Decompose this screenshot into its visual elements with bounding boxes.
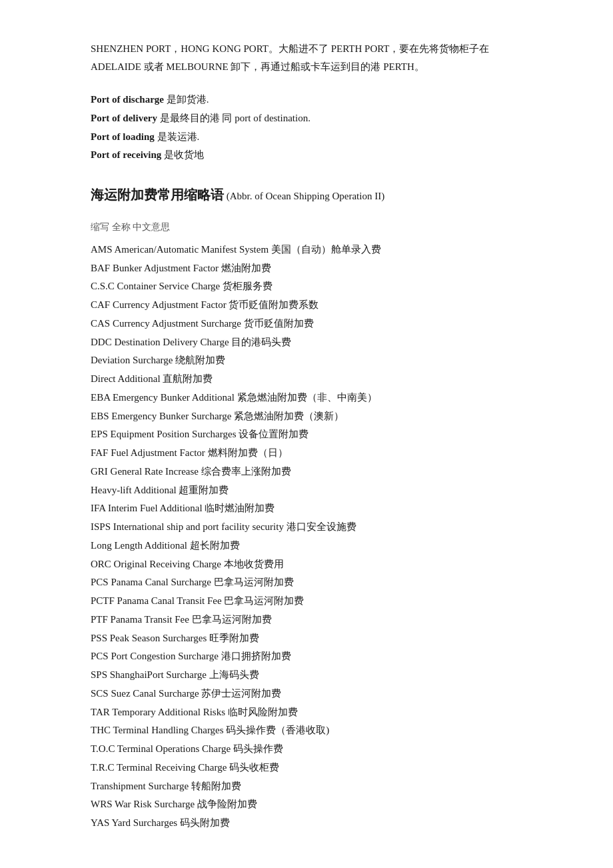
abbr-item: Transhipment Surcharge 转船附加费 xyxy=(91,777,522,796)
abbr-item: DDC Destination Delivery Charge 目的港码头费 xyxy=(91,333,522,352)
abbr-item: CAF Currency Adjustment Factor 货币贬值附加费系数 xyxy=(91,296,522,315)
abbr-item: CAS Currency Adjustment Surcharge 货币贬值附加… xyxy=(91,315,522,333)
abbr-item: PSS Peak Season Surcharges 旺季附加费 xyxy=(91,629,522,648)
abbr-item: YAS Yard Surcharges 码头附加费 xyxy=(91,814,522,833)
abbr-item: SPS ShanghaiPort Surcharge 上海码头费 xyxy=(91,666,522,685)
abbr-item: THC Terminal Handling Charges 码头操作费（香港收取… xyxy=(91,721,522,740)
abbr-item: WRS War Risk Surcharge 战争险附加费 xyxy=(91,795,522,814)
port-term-item: Port of discharge 是卸货港. xyxy=(91,91,522,109)
abbr-item: EPS Equipment Position Surcharges 设备位置附加… xyxy=(91,425,522,444)
abbr-item: SCS Suez Canal Surcharge 苏伊士运河附加费 xyxy=(91,685,522,703)
abbr-item: PCS Panama Canal Surcharge 巴拿马运河附加费 xyxy=(91,573,522,592)
port-term-item: Port of loading 是装运港. xyxy=(91,128,522,147)
abbr-item: IFA Interim Fuel Additional 临时燃油附加费 xyxy=(91,499,522,518)
port-term-item: Port of delivery 是最终目的港 同 port of destin… xyxy=(91,109,522,128)
section-zh-title: 海运附加费常用缩略语 xyxy=(91,187,224,202)
abbr-item: C.S.C Container Service Charge 货柜服务费 xyxy=(91,277,522,296)
abbr-item: GRI General Rate Increase 综合费率上涨附加费 xyxy=(91,463,522,481)
section-en-subtitle: (Abbr. of Ocean Shipping Operation II) xyxy=(227,191,384,201)
abbr-item: EBA Emergency Bunker Additional 紧急燃油附加费（… xyxy=(91,389,522,407)
abbr-item: FAF Fuel Adjustment Factor 燃料附加费（日） xyxy=(91,444,522,463)
abbr-item: AMS American/Automatic Manifest System 美… xyxy=(91,241,522,259)
abbr-item: BAF Bunker Adjustment Factor 燃油附加费 xyxy=(91,259,522,278)
abbr-item: Long Length Additional 超长附加费 xyxy=(91,537,522,555)
intro-paragraph: SHENZHEN PORT，HONG KONG PORT。大船进不了 PERTH… xyxy=(91,40,522,76)
abbr-item: PCS Port Congestion Surcharge 港口拥挤附加费 xyxy=(91,647,522,666)
port-terms-section: Port of discharge 是卸货港.Port of delivery … xyxy=(91,91,522,165)
section-heading: 海运附加费常用缩略语 (Abbr. of Ocean Shipping Oper… xyxy=(91,183,522,206)
abbr-item: Direct Additional 直航附加费 xyxy=(91,370,522,389)
abbr-item: PCTF Panama Canal Transit Fee 巴拿马运河附加费 xyxy=(91,592,522,611)
abbr-item: TAR Temporary Additional Risks 临时风险附加费 xyxy=(91,703,522,722)
intro-text: SHENZHEN PORT，HONG KONG PORT。大船进不了 PERTH… xyxy=(91,43,490,72)
abbr-item: PTF Panama Transit Fee 巴拿马运河附加费 xyxy=(91,611,522,629)
abbr-item: Deviation Surcharge 绕航附加费 xyxy=(91,351,522,370)
port-term-item: Port of receiving 是收货地 xyxy=(91,146,522,165)
abbreviations-list: AMS American/Automatic Manifest System 美… xyxy=(91,241,522,833)
abbr-item: T.O.C Terminal Operations Charge 码头操作费 xyxy=(91,740,522,759)
abbreviations-header: 缩写 全称 中文意思 xyxy=(91,219,522,235)
abbr-item: EBS Emergency Bunker Surcharge 紧急燃油附加费（澳… xyxy=(91,407,522,426)
abbr-item: Heavy-lift Additional 超重附加费 xyxy=(91,481,522,500)
abbr-item: ORC Original Receiving Charge 本地收货费用 xyxy=(91,555,522,574)
abbr-item: T.R.C Terminal Receiving Charge 码头收柜费 xyxy=(91,759,522,777)
abbr-item: ISPS International ship and port facilit… xyxy=(91,518,522,537)
